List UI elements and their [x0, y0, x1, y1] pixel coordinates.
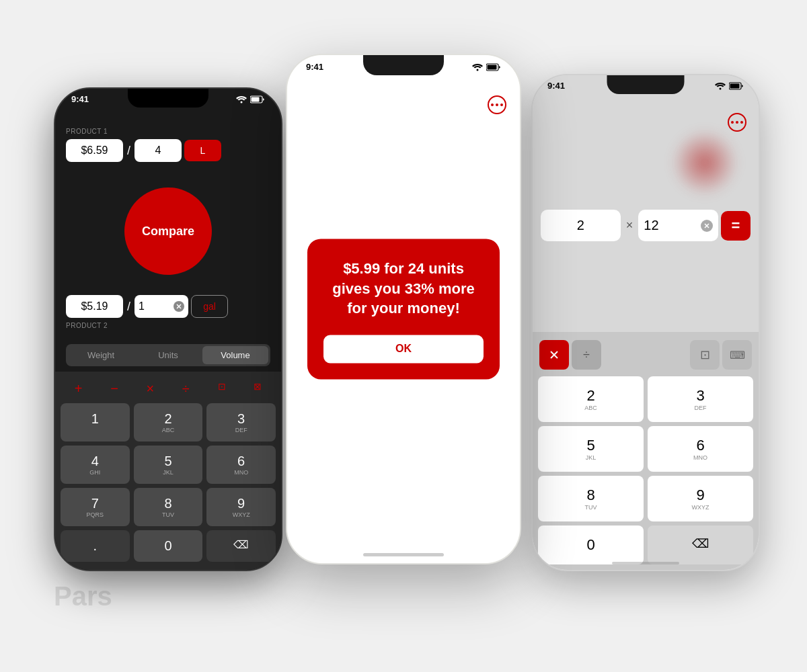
product2-price[interactable]: $5.19 [66, 295, 123, 318]
rdot3 [740, 121, 743, 124]
key-backspace[interactable]: ⌫ [206, 530, 276, 562]
svg-point-0 [241, 101, 243, 103]
rkey-6[interactable]: 6MNO [648, 426, 753, 472]
battery-icon [250, 95, 265, 103]
key-dot[interactable]: . [61, 530, 130, 562]
calc-val2-container[interactable]: 12 [638, 210, 718, 241]
calc-row: 2 × 12 = [533, 210, 759, 241]
op-plus[interactable]: + [75, 381, 83, 396]
svg-rect-5 [488, 65, 497, 69]
divider2: / [126, 300, 132, 314]
rkey-5[interactable]: 5JKL [538, 426, 644, 472]
compare-button[interactable]: Compare [124, 187, 212, 275]
segment-control: Weight Units Volume [66, 344, 270, 366]
segment-volume[interactable]: Volume [202, 346, 268, 364]
rdot2 [736, 121, 738, 124]
phone-middle-time: 9:41 [306, 62, 323, 72]
key-1[interactable]: 1 [61, 403, 130, 442]
dot3 [500, 103, 503, 106]
keyboard-dark: + − × ÷ ⊡ ⊠ 1 2ABC 3DEF 4GHI 5JKL 6MNO 7… [55, 372, 281, 570]
phone-right-status-icons [715, 82, 744, 90]
key-3[interactable]: 3DEF [206, 403, 276, 442]
phone-right-time: 9:41 [547, 81, 565, 91]
monitor-icon-right[interactable]: ⊡ [690, 340, 720, 370]
modal-ok-button[interactable]: OK [323, 335, 484, 364]
calc-val1[interactable]: 2 [541, 210, 621, 241]
delete-icon[interactable]: ⊠ [254, 381, 262, 396]
home-indicator-middle [363, 553, 444, 556]
phone-left-screen: PRODUCT 1 $6.59 / 4 L Compare $5.19 / 1 [55, 89, 281, 570]
phone-left-status-bar: 9:41 [55, 94, 281, 104]
menu-dots-inner-right [731, 121, 743, 124]
product2-unit[interactable]: gal [191, 295, 228, 318]
right-keyboard: ÷ ⊡ ⌨ 2ABC 3DEF 5JKL 6MNO 8TUV 9WXYZ 0 ⌫ [533, 332, 759, 570]
product1-label: PRODUCT 1 [66, 128, 270, 135]
product1-price[interactable]: $6.59 [66, 139, 123, 162]
product2-inputs: $5.19 / 1 gal [66, 295, 270, 318]
key-8[interactable]: 8TUV [134, 488, 203, 526]
phone-right: 9:41 [531, 74, 760, 571]
product2-qty-value: 1 [139, 300, 145, 312]
rkey-backspace[interactable]: ⌫ [648, 526, 753, 564]
rkey-9[interactable]: 9WXYZ [648, 476, 753, 521]
wifi-icon-mid [472, 63, 483, 71]
compare-btn-area: Compare [55, 167, 281, 295]
rkey-2[interactable]: 2ABC [538, 376, 644, 422]
modal-text: $5.99 for 24 units gives you 33% more fo… [323, 259, 484, 319]
menu-dots-inner [491, 103, 503, 106]
svg-point-6 [720, 87, 722, 89]
rdot1 [731, 121, 734, 124]
product2-qty-container[interactable]: 1 [134, 295, 188, 318]
dot2 [496, 103, 498, 106]
product2-section: $5.19 / 1 gal PRODUCT 2 [55, 295, 281, 339]
key-2[interactable]: 2ABC [134, 403, 203, 442]
dot1 [491, 103, 494, 106]
product1-qty[interactable]: 4 [134, 139, 182, 162]
phone-middle-screen: $5.99 for 24 units gives you 33% more fo… [287, 55, 520, 563]
menu-dots-right[interactable] [728, 113, 746, 132]
phone-right-screen: 2 × 12 = ÷ ⊡ ⌨ [533, 75, 759, 570]
monitor-icon[interactable]: ⊡ [218, 381, 226, 396]
calc-val2: 12 [644, 218, 658, 233]
op-minus[interactable]: − [110, 381, 118, 396]
right-op-divide[interactable]: ÷ [572, 340, 601, 370]
menu-dots-middle[interactable] [488, 95, 506, 114]
product2-clear-btn[interactable] [174, 301, 184, 312]
op-divide[interactable]: ÷ [182, 381, 190, 396]
product1-section: PRODUCT 1 $6.59 / 4 L [55, 122, 281, 167]
right-num-grid: 2ABC 3DEF 5JKL 6MNO 8TUV 9WXYZ 0 ⌫ [538, 376, 753, 564]
svg-point-3 [477, 69, 479, 71]
segment-units[interactable]: Units [135, 346, 201, 364]
battery-icon-mid [486, 63, 501, 71]
op-times[interactable]: × [147, 381, 155, 396]
calc-clear-btn[interactable] [701, 220, 713, 232]
equals-button[interactable]: = [721, 211, 751, 241]
key-7[interactable]: 7PQRS [61, 488, 130, 526]
bottom-label: Pars [54, 581, 112, 612]
phone-left-time: 9:41 [71, 94, 89, 104]
clear-icon [176, 304, 182, 309]
rkey-8[interactable]: 8TUV [538, 476, 644, 521]
right-keyboard-ops: ÷ ⊡ ⌨ [538, 337, 753, 372]
battery-icon-right [729, 82, 744, 90]
product1-unit[interactable]: L [184, 140, 221, 161]
key-6[interactable]: 6MNO [206, 446, 276, 484]
rkey-0[interactable]: 0 [538, 526, 644, 564]
svg-rect-2 [252, 97, 260, 101]
rkey-3[interactable]: 3DEF [648, 376, 753, 422]
keyboard-ops: + − × ÷ ⊡ ⊠ [61, 377, 276, 401]
phones-container: 9:41 PRODUCT 1 $6.59 [34, 34, 773, 638]
right-op-close[interactable] [539, 340, 569, 370]
divider1: / [126, 144, 132, 158]
phone-middle-status-icons [472, 63, 501, 71]
keyboard-icon-right[interactable]: ⌨ [722, 340, 752, 370]
segment-weight[interactable]: Weight [68, 346, 134, 364]
key-9[interactable]: 9WXYZ [206, 488, 276, 526]
modal-card: $5.99 for 24 units gives you 33% more fo… [307, 239, 500, 379]
phone-left-status-icons [236, 95, 265, 103]
phone-right-status-bar: 9:41 [533, 81, 759, 91]
key-0[interactable]: 0 [134, 530, 203, 562]
key-5[interactable]: 5JKL [134, 446, 203, 484]
num-grid: 1 2ABC 3DEF 4GHI 5JKL 6MNO 7PQRS 8TUV 9W… [61, 403, 276, 562]
key-4[interactable]: 4GHI [61, 446, 130, 484]
